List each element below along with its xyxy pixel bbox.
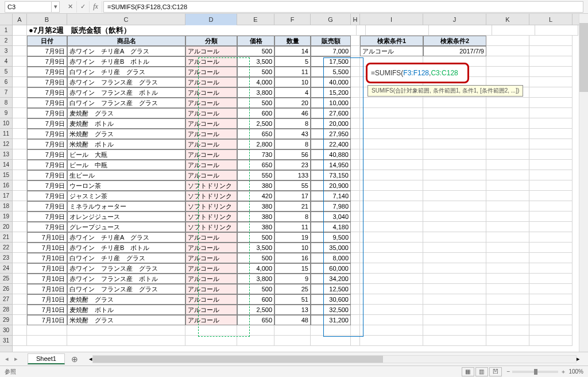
cell[interactable]: [13, 46, 27, 56]
cell[interactable]: 600: [237, 294, 274, 305]
cell[interactable]: [529, 56, 572, 67]
col-header[interactable]: D: [185, 14, 237, 25]
cell[interactable]: [351, 77, 360, 87]
cell[interactable]: 10: [274, 77, 311, 87]
cell[interactable]: 19: [274, 232, 311, 243]
cell[interactable]: 8: [274, 211, 311, 222]
cell[interactable]: 7月9日: [27, 129, 67, 139]
cell[interactable]: [360, 180, 423, 191]
cell[interactable]: [13, 305, 27, 315]
row-header[interactable]: 25: [0, 274, 12, 284]
cell[interactable]: 11: [274, 67, 311, 77]
cell[interactable]: 34,200: [311, 274, 351, 284]
cell[interactable]: 赤ワイン フランス産 ボトル: [67, 274, 185, 284]
cell[interactable]: 白ワイン フランス産 グラス: [67, 284, 185, 294]
cell[interactable]: 15,200: [311, 87, 351, 98]
cell[interactable]: 9,500: [311, 232, 351, 243]
cell[interactable]: [274, 336, 311, 346]
cell[interactable]: [486, 294, 529, 305]
cell[interactable]: [360, 191, 423, 201]
cell[interactable]: 7月10日: [27, 263, 67, 274]
cell[interactable]: アルコール: [185, 87, 237, 98]
horizontal-scrollbar[interactable]: ◂ ▸: [89, 355, 580, 364]
cell[interactable]: 17: [274, 191, 311, 201]
cell[interactable]: [351, 139, 360, 149]
cell[interactable]: 7月10日: [27, 284, 67, 294]
row-header[interactable]: 28: [0, 305, 12, 315]
cell[interactable]: [486, 222, 529, 232]
cell[interactable]: [13, 160, 27, 170]
tab-nav-prev-icon[interactable]: ◂: [2, 355, 11, 364]
cell[interactable]: 48: [274, 315, 311, 325]
cell[interactable]: [486, 263, 529, 274]
cell[interactable]: [351, 46, 360, 56]
cell[interactable]: 12,500: [311, 284, 351, 294]
cell[interactable]: 11: [274, 222, 311, 232]
cell[interactable]: [237, 325, 274, 336]
cell[interactable]: [486, 170, 529, 180]
row-header[interactable]: 31: [0, 336, 12, 346]
cell[interactable]: [486, 98, 529, 108]
cell[interactable]: [486, 274, 529, 284]
cell[interactable]: [274, 325, 311, 336]
cell[interactable]: 13: [274, 305, 311, 315]
cell[interactable]: グレープジュース: [67, 222, 185, 232]
cell[interactable]: [529, 180, 572, 191]
col-header[interactable]: C: [67, 14, 185, 25]
cell[interactable]: [360, 253, 423, 263]
cell[interactable]: [351, 315, 360, 325]
name-box-dropdown[interactable]: ▾: [52, 1, 60, 13]
cell[interactable]: 7,000: [311, 46, 351, 56]
row-header[interactable]: 14: [0, 160, 12, 170]
cell[interactable]: [423, 160, 486, 170]
cell[interactable]: 500: [237, 98, 274, 108]
cell[interactable]: [486, 315, 529, 325]
cell[interactable]: 500: [237, 232, 274, 243]
cell[interactable]: [351, 118, 360, 129]
cell[interactable]: [13, 98, 27, 108]
cell[interactable]: [13, 315, 27, 325]
cell[interactable]: 米焼酎 ボトル: [67, 139, 185, 149]
cell[interactable]: [360, 170, 423, 180]
cell[interactable]: [360, 149, 423, 160]
row-header[interactable]: 16: [0, 180, 12, 191]
cell[interactable]: アルコール: [185, 284, 237, 294]
cell[interactable]: アルコール: [185, 294, 237, 305]
row-header[interactable]: 22: [0, 243, 12, 253]
cell[interactable]: [311, 336, 351, 346]
cell[interactable]: 白ワイン チリ産 グラス: [67, 253, 185, 263]
cell[interactable]: 米焼酎 グラス: [67, 315, 185, 325]
inline-formula-edit[interactable]: =SUMIFS(F3:F128,C3:C128: [366, 63, 469, 83]
cell[interactable]: [13, 67, 27, 77]
cell[interactable]: [360, 305, 423, 315]
cell[interactable]: [311, 325, 351, 336]
view-break-icon[interactable]: 凹: [489, 367, 502, 376]
scroll-right-icon[interactable]: ▸: [577, 355, 580, 363]
cell[interactable]: [360, 118, 423, 129]
cell[interactable]: 10,000: [311, 98, 351, 108]
cell[interactable]: [423, 118, 486, 129]
cell[interactable]: [423, 284, 486, 294]
cell[interactable]: [529, 284, 572, 294]
cell[interactable]: [529, 108, 572, 118]
cell[interactable]: [529, 46, 572, 56]
cell-grid[interactable]: ●7月第2週 販売金額（飲料） 日付 商品名 分類 価格 数量 販売額 検索条件…: [13, 25, 588, 361]
cell[interactable]: [423, 274, 486, 284]
cell[interactable]: [486, 243, 529, 253]
cell[interactable]: [13, 149, 27, 160]
cell[interactable]: [360, 336, 423, 346]
row-header[interactable]: 27: [0, 294, 12, 305]
cell[interactable]: [529, 253, 572, 263]
cell[interactable]: [185, 336, 237, 346]
cell[interactable]: 赤ワイン フランス産 グラス: [67, 263, 185, 274]
cell[interactable]: [351, 191, 360, 201]
cell[interactable]: 380: [237, 222, 274, 232]
cell[interactable]: アルコール: [185, 56, 237, 67]
cell[interactable]: 4,180: [311, 222, 351, 232]
cell[interactable]: ソフトドリンク: [185, 211, 237, 222]
cell[interactable]: [351, 56, 360, 67]
cell[interactable]: [486, 253, 529, 263]
cell[interactable]: [13, 108, 27, 118]
add-sheet-icon[interactable]: ⊕: [68, 355, 81, 364]
cell[interactable]: [423, 263, 486, 274]
